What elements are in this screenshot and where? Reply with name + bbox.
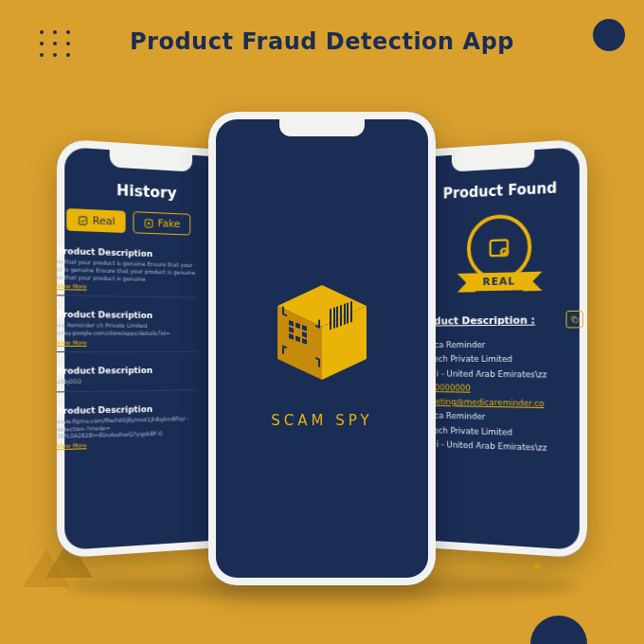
tab-real[interactable]: Real — [66, 208, 125, 233]
history-item[interactable]: Product Description re that your product… — [57, 241, 232, 305]
history-item-body: ica Reminder ch Private Limited /play.go… — [57, 322, 197, 338]
half-circle-decoration — [530, 616, 587, 644]
history-item-body: www.figma.com/file/hK0j8yImot1Jh8qAm8fhz… — [57, 415, 197, 440]
svg-rect-26 — [573, 317, 578, 322]
badge-ribbon: REAL — [470, 272, 528, 291]
box-logo-icon — [260, 268, 384, 391]
history-tabs: Real Fake — [57, 208, 232, 238]
view-more-link[interactable]: View More — [57, 282, 197, 292]
tab-fake-label: Fake — [158, 217, 181, 230]
history-title: History — [57, 178, 232, 206]
page-title: Product Fraud Detection App — [0, 28, 644, 55]
badge-box-icon — [486, 234, 511, 261]
svg-rect-0 — [80, 216, 87, 224]
history-item-title: Product Description — [57, 310, 197, 321]
history-item-title: Product Description — [57, 403, 197, 416]
app-name: SCAM SPY — [271, 412, 372, 429]
history-item-body: a8bj0SQ — [57, 377, 197, 385]
product-found-title: Product Found — [416, 178, 587, 204]
view-more-link[interactable]: View More — [57, 339, 197, 346]
phone-notch — [279, 119, 365, 136]
product-details: Medica Reminder Haztech Private Limited … — [416, 338, 587, 457]
app-logo — [260, 268, 384, 391]
fake-tab-icon — [143, 217, 154, 228]
view-more-link[interactable]: View More — [57, 438, 197, 450]
history-item[interactable]: Product Description ica Reminder ch Priv… — [57, 304, 232, 358]
tab-fake[interactable]: Fake — [133, 211, 190, 235]
detail-line: Haztech Private Limited — [416, 352, 587, 367]
history-item[interactable]: Product Description www.figma.com/file/h… — [57, 397, 232, 455]
phone-splash: SCAM SPY — [208, 112, 436, 585]
history-item[interactable]: Product Description a8bj0SQ — [57, 360, 232, 399]
history-list: Product Description re that your product… — [57, 241, 232, 456]
copy-icon[interactable] — [566, 311, 583, 329]
tab-real-label: Real — [93, 214, 116, 227]
history-item-title: Product Description — [57, 366, 197, 376]
real-tab-icon — [77, 214, 88, 226]
history-item-body: re that your product is genuine Ensure t… — [57, 258, 197, 283]
detail-line: Medica Reminder — [416, 338, 587, 353]
authenticity-badge: REAL — [458, 211, 542, 299]
